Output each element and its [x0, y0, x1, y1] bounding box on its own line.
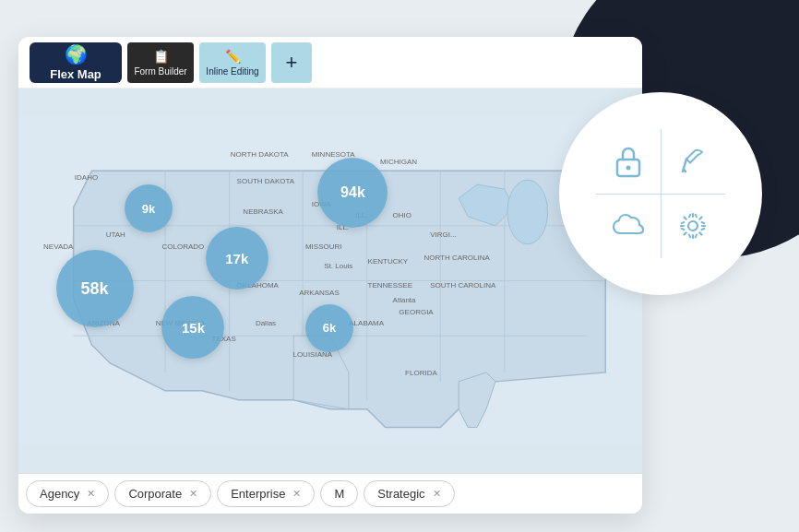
wrench-icon-cell: [661, 129, 725, 194]
icon-circle: [559, 92, 762, 295]
gear-icon-cell: [661, 194, 725, 258]
main-card: 🌍 Flex Map 📋 Form Builder ✏️ Inline Edit…: [18, 37, 642, 514]
bubble-58k: 58k: [56, 250, 134, 327]
tab-corporate-close[interactable]: ✕: [189, 488, 197, 500]
tab-bar: Agency ✕ Corporate ✕ Enterprise ✕ M Stra…: [18, 473, 642, 514]
inline-editing-icon: ✏️: [225, 49, 241, 64]
add-icon: +: [286, 51, 298, 75]
tab-enterprise-label: Enterprise: [231, 487, 285, 501]
form-builder-icon: 📋: [153, 49, 169, 64]
tab-strategic[interactable]: Strategic ✕: [364, 480, 454, 507]
tab-corporate-label: Corporate: [128, 487, 182, 501]
svg-point-3: [688, 221, 698, 231]
tab-m-label: M: [334, 487, 344, 501]
tab-m[interactable]: M: [320, 480, 358, 507]
tab-enterprise-close[interactable]: ✕: [292, 488, 301, 500]
bubble-17k: 17k: [206, 227, 268, 290]
map-area: NORTH DAKOTA SOUTH DAKOTA MINNESOTA NEBR…: [18, 89, 642, 473]
bubble-9k: 9k: [125, 184, 173, 232]
bubble-6k: 6k: [305, 304, 353, 352]
lock-icon-cell: [596, 129, 661, 194]
form-builder-label: Form Builder: [134, 66, 186, 77]
cloud-icon-cell: [596, 194, 661, 258]
svg-point-14: [507, 180, 548, 244]
tab-enterprise[interactable]: Enterprise ✕: [217, 480, 315, 507]
tab-agency-label: Agency: [40, 487, 79, 501]
tab-strategic-label: Strategic: [377, 487, 424, 501]
tab-agency[interactable]: Agency ✕: [26, 480, 109, 507]
inline-editing-label: Inline Editing: [206, 66, 258, 77]
icon-grid: [596, 129, 725, 258]
logo-label: Flex Map: [50, 67, 101, 81]
tab-corporate[interactable]: Corporate ✕: [114, 480, 211, 507]
add-button[interactable]: +: [271, 42, 312, 83]
toolbar: 🌍 Flex Map 📋 Form Builder ✏️ Inline Edit…: [18, 37, 642, 89]
inline-editing-button[interactable]: ✏️ Inline Editing: [199, 42, 266, 83]
scene: 🌍 Flex Map 📋 Form Builder ✏️ Inline Edit…: [0, 0, 799, 532]
form-builder-button[interactable]: 📋 Form Builder: [127, 42, 194, 83]
bubble-94k: 94k: [317, 158, 388, 228]
svg-point-1: [626, 166, 631, 171]
tab-strategic-close[interactable]: ✕: [433, 488, 441, 500]
tab-agency-close[interactable]: ✕: [87, 488, 95, 500]
flex-map-logo: 🌍 Flex Map: [30, 42, 122, 83]
globe-icon: 🌍: [65, 43, 88, 65]
